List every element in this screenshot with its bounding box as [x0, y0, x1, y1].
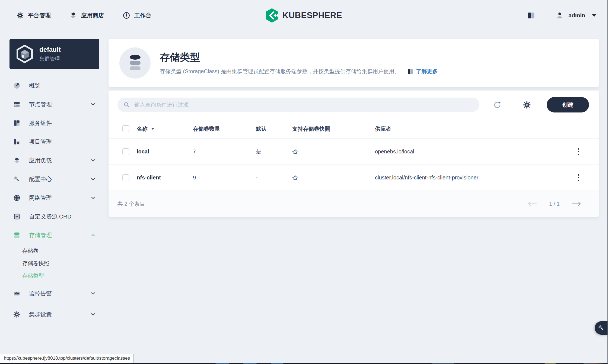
arrow-left-icon	[527, 201, 537, 207]
taskbar-edge	[0, 363, 607, 364]
kubesphere-logo-icon	[266, 8, 278, 22]
nav-label: 应用商店	[81, 12, 104, 19]
pagination: 1 / 1	[527, 201, 582, 207]
crd-icon	[13, 213, 20, 220]
components-icon	[13, 120, 20, 127]
nav-platform-management[interactable]: 平台管理	[17, 12, 51, 19]
sidebar-item-overview[interactable]: 概览	[0, 76, 108, 95]
page-description: 存储类型 (StorageClass) 是由集群管理员配置存储服务端参数，并按类…	[160, 68, 400, 75]
logo-text: KUBESPHERE	[282, 11, 342, 20]
column-header-default: 默认	[256, 125, 292, 133]
create-button[interactable]: 创建	[547, 97, 589, 112]
row-actions-button[interactable]	[576, 173, 581, 183]
cell-default: -	[256, 175, 292, 181]
column-header-name[interactable]: 名称	[137, 125, 193, 133]
database-icon	[13, 232, 20, 239]
gear-icon	[13, 311, 20, 318]
chevron-down-icon	[90, 176, 96, 182]
kubectl-tools-button[interactable]	[595, 321, 607, 335]
sidebar-item-workloads[interactable]: 应用负载	[0, 151, 108, 170]
storage-class-icon	[119, 47, 151, 79]
cell-snapshot: 否	[292, 174, 375, 181]
sidebar-item-label: 节点管理	[29, 101, 90, 108]
sidebar-item-label: 存储卷快照	[22, 260, 49, 267]
next-page-button[interactable]	[572, 201, 582, 207]
book-icon	[407, 68, 413, 75]
column-header-provisioner: 供应者	[375, 125, 558, 133]
search-input[interactable]	[134, 101, 473, 108]
column-settings-button[interactable]	[523, 101, 531, 109]
table-row: nfs-client 9 - 否 cluster.local/nfs-clien…	[109, 165, 599, 191]
docs-button[interactable]	[527, 11, 535, 20]
row-actions-button[interactable]	[576, 147, 581, 157]
hammer-icon	[598, 324, 605, 331]
sidebar-item-volumes[interactable]: 存储卷	[0, 244, 108, 257]
sidebar-item-label: 概览	[29, 82, 96, 89]
top-bar-right: admin	[527, 11, 597, 20]
sidebar-item-storage-classes[interactable]: 存储类型	[0, 269, 108, 282]
sidebar-item-nodes[interactable]: 节点管理	[0, 95, 108, 114]
learn-more-link[interactable]: 了解更多	[416, 68, 438, 75]
sidebar-item-cluster-settings[interactable]: 集群设置	[0, 305, 108, 324]
browser-status-url: https://kubesphere.fjy8018.top/clusters/…	[0, 354, 134, 363]
sidebar-item-storage[interactable]: 存储管理	[0, 226, 108, 244]
sidebar-item-crd[interactable]: 自定义资源 CRD	[0, 207, 108, 226]
page-header-card: 存储类型 存储类型 (StorageClass) 是由集群管理员配置存储服务端参…	[109, 39, 599, 87]
search-icon	[123, 102, 130, 108]
table-header-row: 名称 存储卷数量 默认 支持存储卷快照 供应者	[109, 119, 599, 138]
sidebar-item-network[interactable]: 网络管理	[0, 188, 108, 207]
chevron-down-icon	[90, 157, 96, 163]
sidebar-item-label: 集群设置	[29, 311, 90, 318]
top-nav: 平台管理 应用商店 工作台	[17, 12, 151, 19]
cell-volume-count: 7	[193, 149, 256, 155]
prev-page-button[interactable]	[527, 201, 537, 207]
cell-provisioner: cluster.local/nfs-client-nfs-client-prov…	[375, 175, 558, 181]
chevron-down-icon	[592, 14, 597, 17]
projects-icon	[13, 138, 20, 145]
column-header-volume-count: 存储卷数量	[193, 125, 256, 133]
sidebar-item-label: 配置中心	[29, 175, 90, 183]
page-header-text: 存储类型 存储类型 (StorageClass) 是由集群管理员配置存储服务端参…	[160, 51, 438, 75]
user-icon	[556, 12, 564, 19]
cell-volume-count: 9	[193, 175, 256, 181]
storage-class-name-link[interactable]: local	[137, 149, 149, 155]
kubesphere-logo[interactable]: KUBESPHERE	[266, 8, 342, 22]
cluster-selector[interactable]: default 集群管理	[9, 39, 99, 69]
app-store-icon	[70, 12, 77, 19]
chevron-down-icon	[90, 195, 96, 201]
cell-snapshot: 否	[292, 148, 375, 155]
sidebar-item-configuration[interactable]: 配置中心	[0, 170, 108, 188]
row-checkbox[interactable]	[122, 148, 129, 155]
nav-label: 工作台	[134, 12, 151, 19]
nav-app-store[interactable]: 应用商店	[70, 12, 104, 19]
column-header-snapshot: 支持存储卷快照	[292, 125, 375, 133]
sidebar-item-volume-snapshots[interactable]: 存储卷快照	[0, 257, 108, 269]
sidebar-item-projects[interactable]: 项目管理	[0, 132, 108, 151]
storage-class-name-link[interactable]: nfs-client	[137, 175, 161, 181]
select-all-checkbox[interactable]	[122, 125, 129, 132]
table-row: local 7 是 否 openebs.io/local	[109, 138, 599, 165]
refresh-button[interactable]	[493, 101, 502, 109]
table-footer: 共 2 个条目 1 / 1	[109, 191, 599, 217]
sidebar-item-label: 应用负载	[29, 157, 90, 164]
chevron-up-icon	[90, 232, 96, 238]
globe-icon	[13, 194, 20, 201]
sidebar-item-label: 自定义资源 CRD	[29, 213, 96, 220]
storage-submenu: 存储卷 存储卷快照 存储类型	[0, 244, 108, 282]
sidebar-item-service-components[interactable]: 服务组件	[0, 114, 108, 132]
main-content: 存储类型 存储类型 (StorageClass) 是由集群管理员配置存储服务端参…	[108, 31, 607, 324]
cluster-name: default	[39, 46, 61, 53]
gauge-icon	[13, 82, 20, 89]
sidebar-item-monitoring[interactable]: 监控告警	[0, 284, 108, 303]
sidebar-item-label: 存储管理	[29, 231, 90, 239]
storage-class-table-card: 创建 名称 存储卷数量 默认 支持存储卷快照 供应者	[109, 91, 599, 217]
chevron-down-icon	[90, 311, 96, 317]
nav-workbench[interactable]: 工作台	[123, 12, 151, 19]
sidebar-item-label: 存储类型	[22, 272, 44, 279]
pulse-icon	[13, 290, 20, 297]
row-checkbox[interactable]	[122, 174, 129, 181]
sidebar-item-label: 网络管理	[29, 194, 90, 202]
cell-default: 是	[256, 148, 292, 155]
user-menu[interactable]: admin	[556, 12, 597, 19]
sort-caret-icon	[151, 127, 155, 130]
